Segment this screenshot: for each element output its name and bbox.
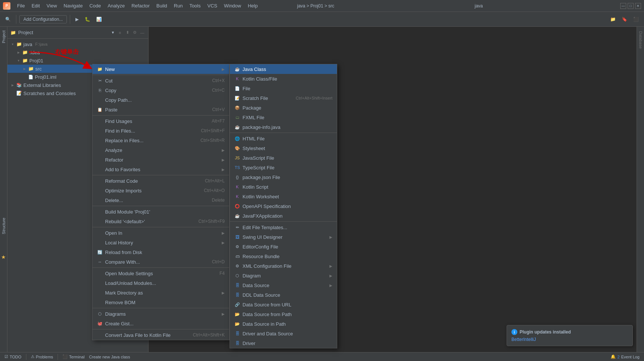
sub-html[interactable]: 🌐 HTML File — [230, 134, 337, 143]
sub-ddl-datasource[interactable]: 🗄 DDL Data Source — [230, 290, 337, 300]
minimize-button[interactable]: — — [620, 3, 626, 9]
ctx-reload[interactable]: 🔄 Reload from Disk — [92, 247, 229, 257]
structure-panel-label[interactable]: Structure — [1, 215, 7, 237]
sub-swing-ui[interactable]: 🖼 Swing UI Designer ▶ — [230, 232, 337, 242]
ctx-paste[interactable]: 📋 Paste Ctrl+V — [92, 105, 229, 114]
terminal-button[interactable]: ⬛ Terminal — [61, 354, 86, 360]
favorites-star-icon[interactable]: ★ — [1, 253, 6, 261]
expand-icon[interactable]: ⬍ — [124, 30, 130, 36]
ctx-diagrams[interactable]: ⬡ Diagrams ▶ — [92, 309, 229, 319]
ctx-build-module[interactable]: Build Module 'Proj01' — [92, 207, 229, 217]
event-log-button[interactable]: 🔔 2 Event Log — [609, 354, 641, 360]
run-button[interactable]: ▶ — [73, 15, 81, 23]
sub-javafx[interactable]: ☕ JavaFXApplication — [230, 211, 337, 221]
menu-help[interactable]: Help — [245, 1, 261, 10]
ctx-copy[interactable]: ⎘ Copy Ctrl+C — [92, 85, 229, 95]
settings-icon[interactable]: ⚙ — [132, 30, 138, 36]
notification-link[interactable]: BetterIntelliJ — [511, 337, 536, 342]
ctx-analyze[interactable]: Analyze ▶ — [92, 145, 229, 155]
maximize-button[interactable]: □ — [628, 3, 634, 9]
menu-edit[interactable]: Edit — [29, 1, 43, 10]
sub-json[interactable]: {} package.json File — [230, 172, 337, 182]
close-button[interactable]: ✕ — [635, 3, 641, 9]
ctx-new[interactable]: 📁 New ▶ — [92, 64, 229, 74]
ctx-module-settings[interactable]: Open Module Settings F4 — [92, 269, 229, 278]
sub-java-class[interactable]: ☕ Java Class — [230, 64, 337, 74]
project-dropdown-icon[interactable]: ▼ — [111, 30, 115, 35]
tree-label-iml: Proj01.iml — [35, 74, 56, 80]
sub-file[interactable]: 📄 File — [230, 84, 337, 93]
menu-view[interactable]: View — [43, 1, 60, 10]
sub-xml-config[interactable]: ⚙ XML Configuration File ▶ — [230, 261, 337, 271]
menu-refactor[interactable]: Refactor — [129, 1, 153, 10]
sub-datasource-in-path[interactable]: 📂 Data Source in Path — [230, 319, 337, 329]
toolbar-search[interactable]: 🔍 — [3, 15, 13, 23]
sub-js[interactable]: JS JavaScript File — [230, 153, 337, 163]
bookmark-button[interactable]: 🔖 — [619, 15, 630, 23]
tree-item-idea[interactable]: ▶ 📁 .idea — [7, 48, 148, 56]
menu-tools[interactable]: Tools — [186, 1, 204, 10]
database-label[interactable]: Database — [638, 28, 644, 52]
ctx-refactor[interactable]: Refactor ▶ — [92, 155, 229, 165]
debug-button[interactable]: 🐛 — [82, 15, 92, 23]
menu-analyze[interactable]: Analyze — [105, 1, 128, 10]
ctx-delete[interactable]: Delete... Delete — [92, 195, 229, 205]
ctx-mark-dir[interactable]: Mark Directory as ▶ — [92, 288, 229, 297]
menu-navigate[interactable]: Navigate — [61, 1, 85, 10]
sub-kotlin-worksheet[interactable]: K Kotlin Worksheet — [230, 192, 337, 201]
mark-icon — [97, 290, 103, 296]
sub-datasource-path[interactable]: 📂 Data Source from Path — [230, 309, 337, 319]
sub-stylesheet[interactable]: 🎨 Stylesheet — [230, 143, 337, 153]
sub-datasource-url[interactable]: 🔗 Data Source from URL — [230, 300, 337, 309]
sub-ts[interactable]: TS TypeScript File — [230, 163, 337, 172]
sub-scratch[interactable]: 📝 Scratch File Ctrl+Alt+Shift+Insert — [230, 93, 337, 103]
ctx-optimize-imports[interactable]: Optimize Imports Ctrl+Alt+O — [92, 186, 229, 195]
sub-openapi[interactable]: ⭕ OpenAPI Specification — [230, 201, 337, 211]
sub-kotlin-script[interactable]: K Kotlin Script — [230, 182, 337, 192]
menu-window[interactable]: Window — [221, 1, 244, 10]
sub-sep-2 — [230, 221, 337, 222]
collapse-all-icon[interactable]: ≡ — [117, 30, 123, 36]
sub-package[interactable]: 📦 Package — [230, 103, 337, 113]
coverage-button[interactable]: 📊 — [94, 15, 104, 23]
ctx-add-favorites[interactable]: Add to Favorites ▶ — [92, 165, 229, 174]
sub-datasource[interactable]: 🗄 Data Source ▶ — [230, 280, 337, 290]
menu-build[interactable]: Build — [153, 1, 170, 10]
menu-file[interactable]: File — [14, 1, 28, 10]
ctx-compare[interactable]: ↔ Compare With... Ctrl+D — [92, 257, 229, 267]
sub-fxml[interactable]: 🗂 FXML File — [230, 113, 337, 122]
ctx-remove-bom[interactable]: Remove BOM — [92, 297, 229, 307]
ctx-find-usages[interactable]: Find Usages Alt+F7 — [92, 116, 229, 126]
sub-editorconfig[interactable]: ⚙ EditorConfig File — [230, 242, 337, 251]
ctx-reformat[interactable]: Reformat Code Ctrl+Alt+L — [92, 176, 229, 186]
menu-run[interactable]: Run — [171, 1, 186, 10]
menu-vcs[interactable]: VCS — [204, 1, 220, 10]
sub-kotlin-class[interactable]: K Kotlin Class/File — [230, 74, 337, 84]
sub-driver-datasource[interactable]: 🗄 Driver and Data Source — [230, 329, 337, 338]
ctx-convert-kotlin[interactable]: Convert Java File to Kotlin File Ctrl+Al… — [92, 330, 229, 340]
ctx-load-unload[interactable]: Load/Unload Modules... — [92, 278, 229, 288]
ctx-local-history[interactable]: Local History ▶ — [92, 238, 229, 247]
close-panel-icon[interactable]: — — [139, 30, 145, 36]
project-panel-label[interactable]: Project — [1, 28, 7, 45]
sub-diagram[interactable]: ⬡ Diagram ▶ — [230, 271, 337, 280]
sub-resource-bundle[interactable]: 🗃 Resource Bundle — [230, 251, 337, 261]
ctx-find-in-files[interactable]: Find in Files... Ctrl+Shift+F — [92, 126, 229, 136]
sub-edit-templates[interactable]: ✏ Edit File Templates... — [230, 222, 337, 232]
tree-item-java[interactable]: ▼ 📁 java F:\java — [7, 40, 148, 48]
add-configuration-button[interactable]: Add Configuration... — [19, 15, 67, 23]
todo-button[interactable]: ☑ TODO — [3, 354, 23, 360]
ctx-copy-path[interactable]: Copy Path... — [92, 95, 229, 105]
sub-driver[interactable]: 🗄 Driver — [230, 338, 337, 348]
problems-button[interactable]: ⚠ Problems — [29, 354, 55, 360]
menu-code[interactable]: Code — [87, 1, 104, 10]
terminal-toolbar-button[interactable]: ⬛ — [631, 15, 641, 23]
ctx-cut[interactable]: ✂ Cut Ctrl+X — [92, 76, 229, 85]
tree-item-proj01[interactable]: ▼ 📁 Proj01 — [7, 56, 148, 65]
ctx-rebuild[interactable]: Rebuild '<default>' Ctrl+Shift+F9 — [92, 217, 229, 226]
ctx-replace-in-files[interactable]: Replace in Files... Ctrl+Shift+R — [92, 136, 229, 145]
sub-package-info[interactable]: ☕ package-info.java — [230, 122, 337, 132]
ctx-create-gist[interactable]: 🐙 Create Gist... — [92, 319, 229, 328]
project-view-button[interactable]: 📁 — [608, 15, 618, 23]
ctx-open-in[interactable]: Open In ▶ — [92, 228, 229, 238]
